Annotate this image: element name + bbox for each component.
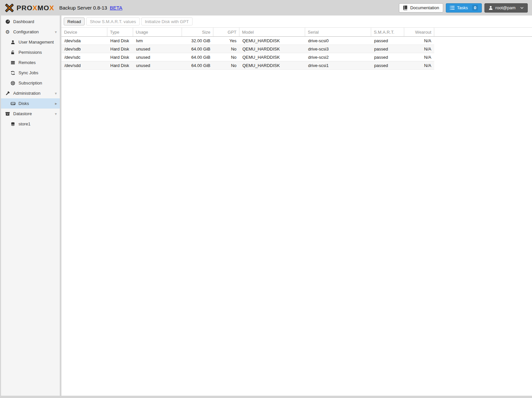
table-cell: drive-scsi2	[305, 53, 371, 61]
page-title: Backup Server 0.8-13	[59, 5, 107, 11]
table-cell: /dev/sda	[61, 37, 107, 45]
table-row-dev-sdd[interactable]: /dev/sddHard Diskunused64.00 GiBNoQEMU_H…	[61, 61, 434, 70]
beta-link[interactable]: BETA	[110, 5, 122, 11]
table-cell: passed	[371, 61, 404, 69]
sidebar-item-datastore[interactable]: Datastore▾	[1, 109, 60, 119]
table-cell: Hard Disk	[107, 61, 133, 69]
table-cell: drive-scsi0	[305, 37, 371, 45]
table-cell: unused	[133, 61, 182, 69]
sidebar-item-disks[interactable]: Disks▸	[1, 98, 60, 109]
table-cell: 32.00 GiB	[182, 37, 213, 45]
sidebar-item-sync-jobs[interactable]: Sync Jobs	[1, 68, 60, 78]
column-header-s-m-a-r-t[interactable]: S.M.A.R.T.	[371, 28, 404, 36]
table-row-dev-sdc[interactable]: /dev/sdcHard Diskunused64.00 GiBNoQEMU_H…	[61, 53, 434, 61]
reload-button[interactable]: Reload	[64, 17, 85, 25]
table-cell: /dev/sdd	[61, 61, 107, 69]
table-cell: passed	[371, 45, 404, 53]
chevron-down-icon	[520, 7, 524, 9]
wrench-icon	[4, 91, 11, 96]
table-cell: Hard Disk	[107, 37, 133, 45]
table-cell: QEMU_HARDDISK	[239, 53, 305, 61]
top-header-bar: PROXMOX Backup Server 0.8-13 BETA Docume…	[0, 0, 532, 16]
sidebar-item-label: Remotes	[18, 60, 36, 65]
disks-toolbar: ReloadShow S.M.A.R.T. valuesInitialize D…	[61, 16, 532, 27]
book-icon	[403, 5, 408, 10]
table-cell: N/A	[404, 45, 434, 53]
table-row-dev-sda[interactable]: /dev/sdaHard Disklvm32.00 GiBYesQEMU_HAR…	[61, 37, 434, 45]
table-header-row: DeviceTypeUsageSizeGPTModelSerialS.M.A.R…	[61, 27, 532, 37]
sidebar-item-store1[interactable]: store1	[1, 119, 60, 129]
table-cell: unused	[133, 45, 182, 53]
sidebar-item-label: Administration	[13, 91, 40, 96]
sync-icon	[10, 71, 16, 75]
table-cell: Hard Disk	[107, 53, 133, 61]
column-header-gpt[interactable]: GPT	[213, 28, 239, 36]
navigation-sidebar: Dashboard⚙Configuration▾User ManagementP…	[1, 16, 60, 396]
column-header-size[interactable]: Size	[182, 28, 213, 36]
table-cell: lvm	[133, 37, 182, 45]
user-menu-button[interactable]: root@pam	[484, 3, 528, 13]
sidebar-item-remotes[interactable]: Remotes	[1, 57, 60, 68]
table-cell: N/A	[404, 61, 434, 69]
app-window: PROXMOX Backup Server 0.8-13 BETA Docume…	[0, 0, 532, 398]
lifering-icon	[10, 81, 16, 85]
sidebar-item-configuration[interactable]: ⚙Configuration▾	[1, 27, 60, 37]
table-cell: /dev/sdb	[61, 45, 107, 53]
column-header-usage[interactable]: Usage	[133, 28, 182, 36]
sidebar-item-label: Permissions	[18, 50, 42, 55]
sidebar-item-label: Datastore	[13, 111, 32, 116]
dashboard-icon	[4, 19, 11, 24]
sidebar-item-label: Sync Jobs	[18, 70, 38, 75]
table-cell: 64.00 GiB	[182, 45, 213, 53]
table-cell: QEMU_HARDDISK	[239, 45, 305, 53]
table-cell: N/A	[404, 53, 434, 61]
table-body: /dev/sdaHard Disklvm32.00 GiBYesQEMU_HAR…	[61, 37, 532, 70]
header-actions: Documentation Tasks 0	[399, 3, 528, 13]
table-cell: passed	[371, 53, 404, 61]
tasks-count-badge: 0	[472, 5, 478, 11]
column-header-model[interactable]: Model	[239, 28, 305, 36]
sidebar-item-subscription[interactable]: Subscription	[1, 78, 60, 88]
sidebar-item-permissions[interactable]: Permissions	[1, 47, 60, 57]
table-cell: N/A	[404, 37, 434, 45]
table-cell: Hard Disk	[107, 45, 133, 53]
sidebar-item-dashboard[interactable]: Dashboard	[1, 17, 60, 27]
tasks-label: Tasks	[457, 5, 468, 10]
sidebar-item-label: store1	[18, 121, 30, 126]
table-cell: Yes	[213, 37, 239, 45]
documentation-label: Documentation	[410, 5, 439, 10]
column-header-type[interactable]: Type	[107, 28, 133, 36]
archive-icon	[4, 112, 11, 116]
column-header-wearout[interactable]: Wearout	[404, 28, 434, 36]
show-s-m-a-r-t-values-button[interactable]: Show S.M.A.R.T. values	[86, 17, 139, 25]
documentation-button[interactable]: Documentation	[399, 3, 443, 13]
proxmox-wordmark: PROXMOX	[17, 4, 54, 12]
table-row-dev-sdb[interactable]: /dev/sdbHard Diskunused64.00 GiBNoQEMU_H…	[61, 45, 434, 53]
collapse-caret-icon[interactable]: ▾	[55, 91, 57, 95]
sidebar-item-label: Dashboard	[13, 19, 34, 24]
collapse-caret-icon[interactable]: ▾	[55, 112, 57, 116]
table-cell: 64.00 GiB	[182, 61, 213, 69]
chevron-right-icon: ▸	[55, 101, 57, 106]
user-icon	[10, 40, 16, 45]
table-cell: QEMU_HARDDISK	[239, 61, 305, 69]
initialize-disk-with-gpt-button[interactable]: Initialize Disk with GPT	[141, 17, 193, 25]
table-cell: No	[213, 61, 239, 69]
column-header-serial[interactable]: Serial	[305, 28, 371, 36]
table-cell: drive-scsi1	[305, 61, 371, 69]
tasks-button[interactable]: Tasks 0	[446, 3, 482, 13]
table-cell: passed	[371, 37, 404, 45]
table-cell: No	[213, 53, 239, 61]
table-cell: QEMU_HARDDISK	[239, 37, 305, 45]
table-empty-space	[61, 70, 532, 396]
collapse-caret-icon[interactable]: ▾	[55, 30, 57, 34]
column-header-device[interactable]: Device	[61, 28, 107, 36]
sidebar-item-administration[interactable]: Administration▾	[1, 88, 60, 98]
table-cell: 64.00 GiB	[182, 53, 213, 61]
table-cell: drive-scsi3	[305, 45, 371, 53]
sidebar-item-user-management[interactable]: User Management	[1, 37, 60, 47]
database-icon	[10, 122, 16, 126]
user-avatar-icon	[488, 6, 493, 10]
task-list-icon	[450, 6, 455, 10]
sidebar-item-label: User Management	[18, 40, 54, 45]
